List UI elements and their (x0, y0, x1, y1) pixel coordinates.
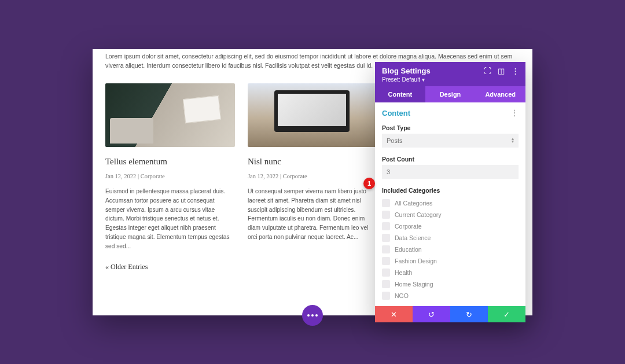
post-thumbnail[interactable] (248, 83, 377, 147)
expand-icon[interactable]: ⛶ (484, 68, 491, 75)
post-title[interactable]: Nisl nunc (248, 155, 377, 168)
panel-footer: ✕ ↺ ↻ ✓ (375, 306, 525, 322)
category-checkbox[interactable]: Health (382, 267, 519, 278)
category-checkbox[interactable]: Current Category (382, 209, 519, 220)
tab-design[interactable]: Design (425, 86, 476, 102)
blog-settings-panel: Blog Settings ⛶ ◫ ⋮ Preset: Default ▾ Co… (375, 62, 525, 322)
category-checkbox[interactable]: Home Staging (382, 278, 519, 290)
post-excerpt: Ut consequat semper viverra nam libero j… (248, 187, 377, 242)
category-checkbox[interactable]: Education (382, 244, 519, 255)
post-excerpt: Euismod in pellentesque massa placerat d… (105, 187, 235, 251)
category-checkbox[interactable]: NGO (382, 290, 519, 302)
save-button[interactable]: ✓ (488, 306, 525, 322)
undo-button[interactable]: ↺ (413, 306, 450, 322)
post-type-select[interactable]: Posts ▴▾ (382, 134, 519, 148)
kebab-menu-icon[interactable]: ⋮ (512, 68, 519, 75)
post-count-input[interactable]: 3 (382, 165, 519, 179)
post-thumbnail[interactable] (105, 83, 235, 147)
post-type-label: Post Type (375, 121, 525, 134)
category-checkbox[interactable]: Data Science (382, 232, 519, 244)
fab-more-button[interactable] (302, 305, 323, 326)
annotation-badge-1: 1 (363, 178, 375, 189)
post-title[interactable]: Tellus elementum (105, 155, 235, 168)
category-checkbox[interactable]: Fashion Design (382, 255, 519, 267)
section-title[interactable]: Content (382, 109, 410, 117)
section-menu-icon[interactable]: ⋮ (510, 108, 519, 117)
panel-tabs: Content Design Advanced (375, 86, 525, 102)
tab-advanced[interactable]: Advanced (475, 86, 525, 102)
included-categories-label: Included Categories (375, 183, 525, 196)
category-checkbox[interactable]: Corporate (382, 220, 519, 232)
post-meta: Jan 12, 2022 | Corporate (105, 172, 235, 181)
redo-button[interactable]: ↻ (450, 306, 488, 322)
post-card[interactable]: Nisl nunc Jan 12, 2022 | Corporate Ut co… (248, 83, 377, 251)
panel-header[interactable]: Blog Settings ⛶ ◫ ⋮ Preset: Default ▾ (375, 62, 525, 86)
panel-title: Blog Settings (382, 67, 431, 75)
post-card[interactable]: Tellus elementum Jan 12, 2022 | Corporat… (105, 83, 235, 251)
category-checkbox[interactable]: All Categories (382, 197, 519, 209)
select-arrows-icon: ▴▾ (512, 138, 514, 144)
post-meta: Jan 12, 2022 | Corporate (248, 172, 377, 181)
category-list: All Categories Current Category Corporat… (375, 196, 525, 306)
page-canvas: Lorem ipsum dolor sit amet, consectetur … (93, 49, 532, 315)
cancel-button[interactable]: ✕ (375, 306, 413, 322)
layout-icon[interactable]: ◫ (498, 68, 505, 75)
preset-dropdown[interactable]: Preset: Default ▾ (382, 76, 519, 83)
post-count-label: Post Count (375, 152, 525, 165)
tab-content[interactable]: Content (375, 86, 425, 102)
